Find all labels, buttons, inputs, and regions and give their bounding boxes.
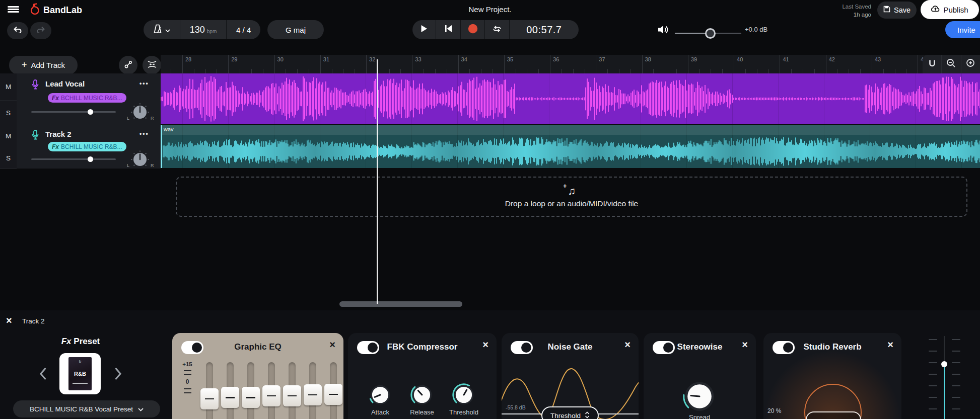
record-button[interactable] [460,20,484,39]
mic-icon [31,130,39,143]
record-icon [468,24,478,36]
skip-start-button[interactable] [436,20,460,39]
volume-knob[interactable] [705,28,716,39]
publish-cloud-icon [931,5,940,14]
threshold-db-label: -55.8 dB [506,404,526,410]
more-dots-icon[interactable]: ••• [139,130,149,137]
bpm-button[interactable]: 130 bpm [180,20,227,39]
bandlab-studio: BandLab New Project. Last Saved 1h ago S… [0,0,980,419]
undo-button[interactable] [7,22,28,39]
chevron-right-icon [115,373,122,381]
publish-button[interactable]: Publish [921,0,979,19]
eq-band-slider[interactable] [324,361,342,419]
redo-button[interactable] [30,22,51,39]
track-name[interactable]: Track 2 [45,130,72,138]
threshold-button[interactable]: Threshold [541,406,599,419]
eq-band-slider[interactable] [242,361,260,419]
threshold-knob[interactable] [452,383,475,408]
save-icon [883,6,890,15]
track2-header[interactable]: Track 2 ••• FxBCHILL MUSIC R&B... L R [17,125,161,169]
playhead[interactable] [377,59,378,304]
tuner-icon [124,60,133,71]
mic-icon [31,79,39,93]
attack-knob[interactable] [369,383,392,408]
eq-band-slider[interactable] [221,361,239,419]
eq-band-slider[interactable] [262,361,281,419]
pan-knob[interactable] [131,150,149,169]
chevron-up-down-icon [585,411,590,419]
close-icon[interactable]: × [742,339,748,351]
close-icon[interactable]: × [6,315,12,326]
zoom-in-button[interactable] [961,55,980,73]
track1-header[interactable]: Lead Vocal ••• FxBCHILL MUSIC R&B... L R [17,73,161,125]
loop-button[interactable] [484,20,509,39]
close-icon[interactable]: × [482,339,488,351]
preset-artwork[interactable]: b R&B [59,353,101,394]
add-track-button[interactable]: + Add Track [9,56,78,74]
timeline-ruler[interactable]: 2829303132333435363738394041424344 [161,55,980,73]
eq-scale: +15 0 [177,361,197,396]
dropzone[interactable]: ♫ + Drop a loop or an audio/MIDI/video f… [176,177,967,217]
tempo-group: 130 bpm 4 / 4 [144,20,260,39]
preset-dropdown[interactable]: BCHILL MUSIC R&B Vocal Preset [13,400,160,417]
track-volume-knob[interactable] [88,156,93,162]
chevron-left-icon [39,373,46,381]
sheet-track-label: Track 2 [22,317,45,325]
snap-button[interactable] [923,55,941,73]
speaker-icon[interactable] [657,24,669,37]
master-fader[interactable] [927,333,963,419]
track-volume-slider[interactable] [31,111,116,113]
eq-band-slider[interactable] [200,361,219,419]
track-name[interactable]: Lead Vocal [45,79,85,88]
track2-solo-button[interactable]: S [0,147,17,169]
master-volume-slider[interactable] [675,28,741,39]
effects-button[interactable] [143,56,161,74]
zoom-out-button[interactable] [941,55,960,73]
eq-band-slider[interactable] [304,361,322,419]
fx-badge[interactable]: FxBCHILL MUSIC R&B... [48,93,126,103]
track-volume-knob[interactable] [88,109,93,115]
eq-band-slider[interactable] [283,361,301,419]
tuner-button[interactable] [119,56,137,74]
track2-audio-clip[interactable]: wav [161,125,980,168]
effect-panel-fbk-compressor: FBK Compressor × Attack Release Threshol… [348,333,497,419]
track1-solo-button[interactable]: S [0,101,17,125]
more-dots-icon[interactable]: ••• [139,80,149,87]
clip-file-label: wav [164,126,174,132]
close-icon[interactable]: × [329,339,335,351]
horizontal-scrollbar[interactable] [339,301,462,307]
track-volume-slider[interactable] [31,158,116,160]
preset-title: Fx Preset [0,337,161,347]
fx-badge[interactable]: FxBCHILL MUSIC R&B... [48,142,126,151]
music-note-plus-icon: ♫ + [568,185,576,197]
save-button[interactable]: Save [877,2,917,19]
effect-panel-studio-reverb: Studio Reverb × 20 % [763,333,901,419]
invite-button[interactable]: Invite [945,21,980,38]
magnet-icon [928,59,937,70]
undo-icon [13,26,22,35]
time-signature-button[interactable]: 4 / 4 [226,20,260,39]
loop-icon [493,25,502,35]
release-knob[interactable] [410,383,434,408]
metronome-button[interactable] [144,20,180,39]
effects-sheet: × Track 2 Fx Preset b R&B BCHILL MUSIC R… [0,310,980,419]
preset-next-button[interactable] [115,368,122,382]
key-button[interactable]: G maj [267,20,324,39]
pan-knob[interactable] [131,103,149,122]
fader-fill [944,364,945,419]
fader-knob[interactable] [941,361,947,367]
track1-mute-button[interactable]: M [0,73,17,101]
close-icon[interactable]: × [887,339,893,351]
close-icon[interactable]: × [624,339,631,351]
reverb-mix-value: 20 % [767,407,781,414]
ruler-tools [923,55,980,73]
track2-mute-button[interactable]: M [0,125,17,148]
play-button[interactable] [412,20,436,39]
track1-audio-clip[interactable] [161,73,980,124]
project-title[interactable]: New Project. [0,5,980,14]
spread-knob[interactable] [682,379,717,415]
time-display: 00:57.7 [509,20,579,39]
preset-prev-button[interactable] [39,368,46,382]
reverb-mix-button[interactable] [806,411,861,419]
transport-bar: 00:57.7 [412,20,579,39]
